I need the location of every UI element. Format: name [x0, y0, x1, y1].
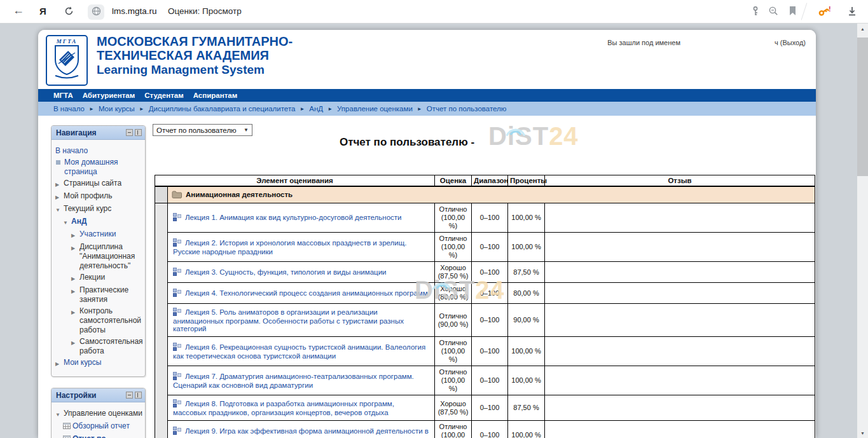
- scroll-down-icon[interactable]: ▼: [857, 431, 868, 435]
- grade-item-cell: Лекция 4. Технологический процесс создан…: [168, 283, 435, 304]
- sidebar-item[interactable]: ▼Управление оценками: [55, 409, 142, 420]
- breadcrumb-item[interactable]: Мои курсы: [99, 105, 135, 113]
- grade-value-cell: Отлично(100,00 %): [435, 203, 472, 233]
- report-type-select[interactable]: Отчет по пользователю ▼: [153, 124, 252, 136]
- tree-collapsed-icon[interactable]: ▶: [71, 337, 79, 348]
- range-cell: 0–100: [472, 262, 508, 283]
- address-url[interactable]: lms.mgta.ru: [112, 6, 157, 16]
- scrollbar-thumb[interactable]: [857, 38, 868, 176]
- topnav-item-3[interactable]: Студентам: [144, 92, 184, 99]
- sidebar-item[interactable]: ▶Лекции: [71, 273, 142, 284]
- refresh-icon[interactable]: [64, 6, 74, 19]
- sidebar-item[interactable]: В начало: [55, 146, 142, 156]
- site-security-badge[interactable]: [88, 4, 104, 20]
- column-header: Диапазон: [472, 175, 508, 187]
- breadcrumb-item[interactable]: Отчет по пользователю: [427, 105, 507, 113]
- percent-cell: 100,00 %: [508, 366, 545, 395]
- tree-expanded-icon[interactable]: ▼: [63, 217, 71, 228]
- grade-word: Отлично: [436, 312, 470, 320]
- grade-item-link[interactable]: Лекция 3. Сущность, функция, типология и…: [185, 268, 387, 276]
- breadcrumb-item[interactable]: АнД: [309, 105, 323, 113]
- sidebar-item[interactable]: Моя домашняя страница: [55, 158, 142, 177]
- tree-expanded-icon[interactable]: ▼: [55, 409, 64, 420]
- site-page: МГТА МОСКОВСКАЯ ГУМАНИТАРНО- ТЕХНИЧЕСКАЯ…: [38, 30, 816, 438]
- grade-item-link[interactable]: Лекция 2. История и хронология массовых …: [173, 239, 406, 256]
- feedback-cell: [545, 337, 815, 366]
- grade-word: Хорошо: [436, 400, 470, 408]
- percent-cell: 87,50 %: [508, 262, 545, 283]
- grade-percent: (100,00 %): [436, 431, 470, 438]
- yandex-browser-icon[interactable]: Я: [39, 6, 46, 17]
- dock-block-icon[interactable]: [135, 129, 142, 136]
- sidebar-item[interactable]: ▶Дисциплина "Анимационная деятельность": [71, 242, 142, 271]
- scroll-up-icon[interactable]: ▲: [857, 27, 868, 31]
- sidebar-item[interactable]: Обзорный отчет: [63, 421, 142, 432]
- grade-item-link[interactable]: Лекция 8. Подготовка и разработка анимац…: [173, 400, 394, 416]
- sidebar-item-label: Лекции: [79, 273, 142, 282]
- key-icon[interactable]: [750, 6, 761, 19]
- breadcrumb-separator-icon: ►: [139, 106, 144, 112]
- password-alert-icon[interactable]: !: [818, 6, 833, 20]
- sidebar-item[interactable]: ▶Страницы сайта: [55, 179, 142, 189]
- topnav-item-1[interactable]: МГТА: [53, 92, 73, 99]
- tree-collapsed-icon[interactable]: ▶: [71, 285, 79, 296]
- lesson-icon: [173, 289, 181, 298]
- report-table-icon: [63, 434, 72, 438]
- collapse-block-icon[interactable]: [126, 392, 133, 399]
- back-icon[interactable]: ←: [13, 4, 24, 17]
- lesson-icon: [173, 308, 181, 317]
- tree-collapsed-icon[interactable]: ▶: [55, 179, 64, 189]
- breadcrumb-item[interactable]: Дисциплины бакалавриата и специалитета: [149, 105, 296, 113]
- grade-item-link[interactable]: Лекция 6. Рекреационная сущность туристс…: [173, 343, 425, 360]
- topnav-item-4[interactable]: Аспирантам: [193, 92, 237, 99]
- tree-collapsed-icon[interactable]: ▶: [71, 273, 79, 284]
- collapse-block-icon[interactable]: [126, 129, 133, 136]
- grade-value-cell: Отлично(100,00 %): [435, 366, 472, 395]
- sidebar-item[interactable]: ▶Практические занятия: [71, 285, 142, 305]
- sidebar-item[interactable]: ▶Мои курсы: [55, 358, 142, 369]
- tree-collapsed-icon[interactable]: ▶: [55, 191, 64, 202]
- dock-block-icon[interactable]: [135, 392, 142, 399]
- grade-item-link[interactable]: Лекция 7. Драматургия анимационно-театра…: [173, 373, 414, 389]
- sidebar: НавигацияВ началоМоя домашняя страница▶С…: [51, 125, 146, 438]
- bullet-icon: [56, 160, 60, 165]
- grade-value-cell: Отлично(90,00 %): [435, 304, 472, 337]
- logout-link[interactable]: ч (Выход): [775, 39, 806, 46]
- org-name-line2: ТЕХНИЧЕСКАЯ АКАДЕМИЯ: [97, 48, 293, 62]
- tree-collapsed-icon[interactable]: ▶: [71, 242, 79, 253]
- percent-cell: 90,00 %: [508, 304, 545, 337]
- sidebar-item[interactable]: ▶Мой профиль: [55, 191, 142, 202]
- bookmark-icon[interactable]: [789, 6, 797, 18]
- grade-item-link[interactable]: Лекция 5. Роль аниматоров в организации …: [173, 308, 404, 332]
- download-icon[interactable]: [847, 6, 857, 20]
- search-icon[interactable]: [768, 6, 779, 19]
- grade-item-link[interactable]: Лекция 1. Анимация как вид культурно-дос…: [185, 214, 401, 221]
- breadcrumb-separator-icon: ►: [89, 106, 94, 112]
- grade-item-link[interactable]: Лекция 9. Игра как эффективная форма ани…: [173, 427, 429, 438]
- breadcrumb-item[interactable]: Управление оценками: [337, 105, 413, 113]
- breadcrumb-item[interactable]: В начало: [53, 105, 85, 113]
- grade-item-link[interactable]: Лекция 4. Технологический процесс создан…: [185, 289, 428, 297]
- tree-expanded-icon[interactable]: ▼: [55, 204, 64, 215]
- tree-collapsed-icon[interactable]: ▶: [71, 229, 79, 240]
- sidebar-block-title: Настройки: [56, 391, 96, 400]
- sidebar-item[interactable]: ▼Текущий курс: [55, 204, 142, 215]
- grade-item-cell: Лекция 3. Сущность, функция, типология и…: [168, 262, 435, 283]
- sidebar-item[interactable]: ▶Самостоятельная работа: [71, 337, 142, 356]
- grade-percent: (100,00 %): [436, 376, 470, 393]
- page-scrollbar[interactable]: ▲ ▼: [857, 24, 868, 438]
- range-cell: 0–100: [472, 233, 508, 262]
- sidebar-item[interactable]: ▶Участники: [71, 229, 142, 240]
- sidebar-item-label: Страницы сайта: [64, 179, 142, 188]
- sidebar-item-label: Моя домашняя страница: [64, 158, 142, 177]
- percent-cell: 100,00 %: [508, 421, 545, 438]
- percent-cell: 100,00 %: [508, 203, 545, 233]
- tree-collapsed-icon[interactable]: ▶: [55, 358, 64, 369]
- sidebar-item[interactable]: Отчет по пользователю: [63, 434, 142, 438]
- grade-report-table: Элемент оцениванияОценкаДиапазонПроценты…: [155, 175, 815, 438]
- tree-collapsed-icon[interactable]: ▶: [71, 306, 79, 317]
- sidebar-item[interactable]: ▼АнД: [63, 217, 142, 228]
- sidebar-item-label: Обзорный отчет: [72, 421, 142, 431]
- sidebar-item[interactable]: ▶Контроль самостоятельной работы: [71, 306, 142, 335]
- topnav-item-2[interactable]: Абитуриентам: [83, 92, 135, 99]
